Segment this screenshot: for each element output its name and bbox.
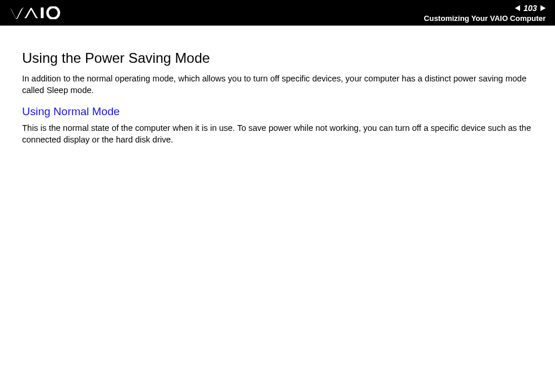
intro-paragraph: In addition to the normal operating mode… [22, 73, 533, 96]
svg-rect-0 [41, 8, 44, 18]
header-right: 103 Customizing Your VAIO Computer [424, 3, 548, 23]
page-number: 103 [522, 3, 538, 13]
page-navigation: 103 [424, 3, 546, 13]
sub-heading: Using Normal Mode [22, 105, 533, 118]
vaio-logo [7, 0, 64, 26]
nav-next-icon[interactable] [540, 5, 546, 11]
page-content: Using the Power Saving Mode In addition … [0, 26, 555, 145]
nav-prev-icon[interactable] [515, 5, 520, 11]
body-paragraph: This is the normal state of the computer… [22, 123, 533, 145]
main-heading: Using the Power Saving Mode [22, 50, 533, 66]
section-name: Customizing Your VAIO Computer [424, 14, 546, 23]
svg-point-1 [48, 7, 59, 19]
document-header: 103 Customizing Your VAIO Computer [0, 0, 555, 26]
